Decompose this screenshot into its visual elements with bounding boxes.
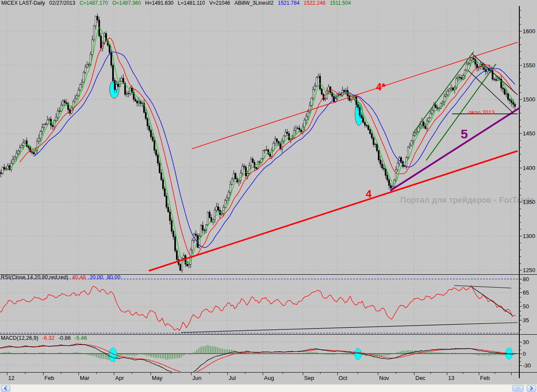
axis-tick-label: 1600	[523, 28, 535, 34]
axis-tick-label: 35	[523, 317, 529, 323]
axis-tick-label: 1450	[523, 130, 535, 137]
axis-tick-label: 1300	[523, 233, 535, 239]
annotation-wave4-star: 4*	[376, 82, 386, 92]
header-part: 1522.248	[304, 0, 325, 6]
header-part: V=21046	[209, 0, 230, 6]
axis-tick-label: 1550	[523, 62, 535, 69]
chevron-right-icon	[529, 386, 533, 391]
macd-indicator-label: MACD(12,26,9)-6.32-0.86-5.46	[1, 335, 91, 341]
axis-tick-label: 65	[523, 289, 529, 296]
axis-tick-label: 50	[523, 303, 529, 310]
axis-tick-label: 1500	[523, 96, 535, 103]
indicator-value: -6.32	[42, 335, 55, 341]
horizontal-scrollbar[interactable]	[0, 384, 537, 392]
axis-tick-label: -30	[523, 362, 531, 369]
axis-tick-label: 0	[523, 351, 526, 357]
header-part: 1521.784	[278, 0, 299, 6]
header-part: 02/27/2013	[49, 0, 75, 6]
chart-window: Портал для трейдеров - ForTrade160015501…	[0, 0, 537, 392]
date-label: 12	[8, 375, 14, 381]
scroll-right-button[interactable]	[527, 385, 536, 392]
indicator-value: 20.00	[90, 274, 103, 280]
date-label: 13	[448, 375, 454, 381]
header-part: ABillW_3LinesII2	[235, 0, 274, 6]
date-label: Feb	[480, 375, 490, 381]
date-label: Aug	[264, 375, 274, 381]
date-label: Mar	[80, 375, 90, 381]
indicator-value: -5.46	[75, 335, 87, 341]
indicator-name: RSI(Close,14,20,80,red,red)	[1, 274, 68, 280]
grip-icon	[516, 387, 520, 390]
chart-canvas: Портал для трейдеров - ForTrade160015501…	[0, 0, 537, 384]
axis-tick-label: 1350	[523, 199, 535, 205]
header-part: C=1487.170	[79, 0, 108, 6]
axis-tick-label: 1250	[523, 267, 535, 273]
axis-tick-label: 80	[523, 276, 529, 282]
watermark: Портал для трейдеров - ForTrade	[400, 195, 534, 204]
indicator-value: 80.00	[107, 274, 120, 280]
date-label: Dec	[415, 375, 426, 381]
annotation-okno-2013: okno 2013	[468, 110, 495, 115]
highlight-ellipse	[355, 348, 361, 360]
date-label: May	[152, 375, 163, 381]
indicator-name: MACD(12,26,9)	[1, 335, 38, 341]
chart-header: MICEX LAST-Daily02/27/2013C=1487.170O=14…	[1, 0, 355, 6]
date-label: Oct	[339, 375, 348, 381]
header-part: 1511.504	[330, 0, 351, 6]
annotation-wave5: 5	[461, 128, 468, 141]
date-label: Feb	[44, 375, 54, 381]
indicator-value: 40.48	[72, 274, 85, 280]
scroll-left-button[interactable]	[1, 385, 10, 392]
header-part: MICEX LAST-Daily	[1, 0, 45, 6]
header-part: H=1491.630	[145, 0, 174, 6]
date-label: Nov	[379, 375, 389, 381]
chart-background	[0, 0, 537, 384]
axis-tick-label: 1400	[523, 165, 535, 171]
chevron-left-icon	[4, 386, 9, 391]
date-label: Jul	[229, 375, 236, 381]
rsi-indicator-label: RSI(Close,14,20,80,red,red)40.4820.0080.…	[1, 274, 124, 280]
indicator-value: -0.86	[58, 335, 71, 341]
date-label: Jun	[192, 375, 201, 381]
header-part: O=1487.360	[112, 0, 141, 6]
scrollbar-thumb[interactable]	[512, 385, 524, 392]
axis-tick-label: 30	[523, 339, 529, 345]
header-part: L=1481.110	[178, 0, 205, 6]
date-label: Apr	[115, 375, 124, 381]
date-label: Sep	[304, 375, 314, 381]
annotation-wave4: 4	[366, 189, 371, 199]
